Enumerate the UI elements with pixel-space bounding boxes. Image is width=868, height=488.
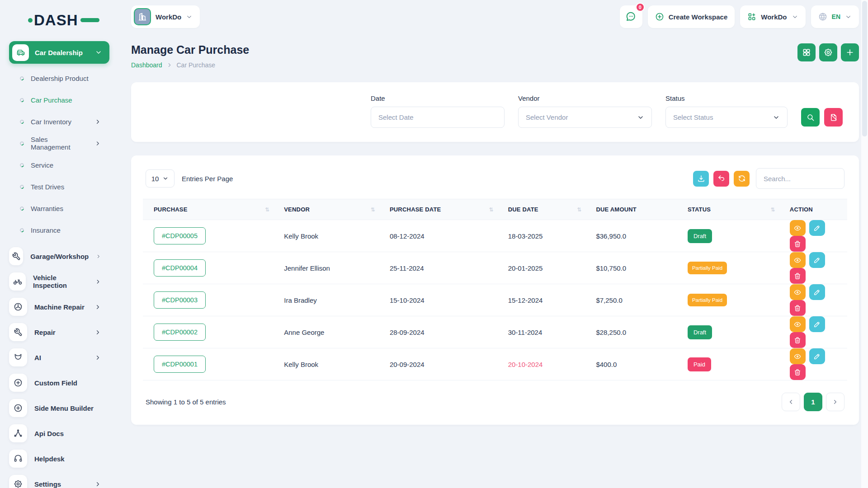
- breadcrumb-dashboard-link[interactable]: Dashboard: [131, 61, 162, 69]
- sidebar-item-test-drives[interactable]: Test Drives: [9, 176, 109, 197]
- pagination-prev-button[interactable]: [782, 393, 800, 411]
- clear-filter-button[interactable]: [824, 108, 843, 127]
- status-filter-select[interactable]: Select Status: [665, 107, 788, 128]
- delete-button[interactable]: [790, 268, 806, 284]
- sort-icon[interactable]: ⇅: [371, 206, 375, 213]
- sidebar-group-helpdesk[interactable]: Helpdesk: [9, 446, 109, 471]
- pagination-page-1[interactable]: 1: [804, 393, 822, 411]
- delete-button[interactable]: [790, 236, 806, 252]
- logo-dot-icon: [28, 18, 33, 23]
- sidebar-item-sales-management[interactable]: Sales Management: [9, 132, 109, 154]
- refresh-button[interactable]: [734, 171, 750, 187]
- sidebar-group-vehicle-inspection[interactable]: Vehicle Inspection: [9, 269, 109, 294]
- export-button[interactable]: [693, 171, 709, 187]
- sidebar-group-api-docs[interactable]: Api Docs: [9, 421, 109, 446]
- table-header-row: PURCHASE⇅VENDOR⇅PURCHASE DATE⇅DUE DATE⇅D…: [143, 199, 847, 220]
- per-page-select[interactable]: 10: [146, 169, 175, 188]
- gear-icon: [14, 479, 23, 488]
- sidebar: DASH Car Dealership Dealership ProductCa…: [0, 0, 118, 488]
- workspace-pill[interactable]: WorkDo: [131, 5, 200, 28]
- view-button[interactable]: [790, 220, 806, 236]
- view-button[interactable]: [790, 252, 806, 268]
- sidebar-item-warranties[interactable]: Warranties: [9, 197, 109, 219]
- sidebar-group-custom-field[interactable]: Custom Field: [9, 370, 109, 395]
- pencil-icon: [813, 289, 821, 296]
- sort-icon[interactable]: ⇅: [265, 206, 269, 213]
- settings-button[interactable]: [819, 43, 837, 61]
- edit-button[interactable]: [809, 284, 825, 300]
- chevron-down-icon: [773, 114, 780, 121]
- scrollbar-thumb[interactable]: [862, 1, 867, 136]
- vendor-filter-select[interactable]: Select Vendor: [518, 107, 652, 128]
- sort-icon[interactable]: ⇅: [489, 206, 493, 213]
- file-off-icon: [830, 113, 838, 122]
- purchase-id-link[interactable]: #CDP00002: [154, 324, 206, 341]
- chevron-right-icon: [94, 481, 101, 488]
- pagination-next-button[interactable]: [826, 393, 844, 411]
- scrollbar-track[interactable]: [861, 0, 868, 488]
- purchase-date-cell: 20-09-2024: [379, 348, 497, 380]
- delete-button[interactable]: [790, 332, 806, 348]
- date-filter-input[interactable]: [378, 113, 497, 121]
- sort-icon[interactable]: ⇅: [577, 206, 581, 213]
- view-button[interactable]: [790, 348, 806, 364]
- chevron-right-icon: [94, 304, 101, 310]
- sidebar-item-insurance[interactable]: Insurance: [9, 219, 109, 241]
- sidebar-group-ai[interactable]: AI: [9, 345, 109, 370]
- circle-plus-icon: [14, 404, 23, 413]
- language-selector[interactable]: EN: [811, 5, 859, 28]
- sidebar-group-side-menu-builder[interactable]: Side Menu Builder: [9, 395, 109, 421]
- delete-button[interactable]: [790, 364, 806, 380]
- sidebar-group-garage-workshop[interactable]: Garage/Workshop: [9, 244, 109, 269]
- date-filter-input-wrap: [371, 107, 505, 128]
- status-badge: Draft: [688, 325, 712, 339]
- due-amount-cell: $28,250.0: [585, 316, 677, 348]
- table-search-input[interactable]: [764, 175, 837, 183]
- table-row: #CDP00001Kelly Brook20-09-202420-10-2024…: [143, 348, 847, 380]
- chevron-down-icon: [845, 14, 852, 20]
- sidebar-item-dealership-product[interactable]: Dealership Product: [9, 67, 109, 89]
- sidebar-item-car-purchase[interactable]: Car Purchase: [9, 89, 109, 111]
- workspace-label: WorkDo: [156, 13, 181, 21]
- edit-button[interactable]: [809, 252, 825, 268]
- purchase-id-link[interactable]: #CDP00004: [154, 259, 206, 277]
- apply-filter-button[interactable]: [801, 108, 820, 127]
- purchase-id-link[interactable]: #CDP00003: [154, 291, 206, 309]
- sidebar-item-car-inventory[interactable]: Car Inventory: [9, 111, 109, 132]
- sidebar-group-car-dealership[interactable]: Car Dealership: [9, 41, 109, 64]
- eye-icon: [794, 257, 801, 264]
- circle-plus-icon: [655, 12, 664, 21]
- chevron-right-icon: [166, 62, 173, 68]
- sidebar-item-service[interactable]: Service: [9, 154, 109, 176]
- edit-button[interactable]: [809, 348, 825, 364]
- edit-button[interactable]: [809, 316, 825, 332]
- workspace-switcher[interactable]: WorkDo: [740, 5, 805, 28]
- messenger-button[interactable]: 0: [620, 5, 642, 28]
- purchase-id-link[interactable]: #CDP00001: [154, 356, 206, 373]
- sort-icon[interactable]: ⇅: [771, 206, 775, 213]
- edit-button[interactable]: [809, 220, 825, 236]
- create-workspace-button[interactable]: Create Workspace: [648, 5, 735, 28]
- eye-icon: [794, 321, 801, 328]
- headset-icon: [14, 454, 23, 463]
- undo-button[interactable]: [713, 171, 729, 187]
- wrench-icon: [14, 328, 23, 337]
- trash-icon: [794, 369, 801, 376]
- sidebar-group-repair[interactable]: Repair: [9, 319, 109, 345]
- chat-icon: [626, 11, 637, 22]
- circle-plus-icon: [14, 378, 23, 387]
- view-button[interactable]: [790, 316, 806, 332]
- view-button[interactable]: [790, 284, 806, 300]
- main-content: WorkDo 0 Create Workspace WorkDo: [118, 0, 868, 488]
- add-button[interactable]: [841, 43, 859, 61]
- sidebar-group-machine-repair[interactable]: Machine Repair: [9, 294, 109, 319]
- column-header-purchase: PURCHASE⇅: [143, 199, 273, 220]
- chevron-right-icon: [96, 253, 101, 260]
- ai-icon: [14, 353, 23, 362]
- sidebar-group-settings[interactable]: Settings: [9, 471, 109, 488]
- purchase-id-link[interactable]: #CDP00005: [154, 227, 206, 244]
- grid-button[interactable]: [797, 43, 816, 61]
- vendor-cell: Kelly Brook: [273, 348, 379, 380]
- app-logo[interactable]: DASH: [28, 13, 118, 28]
- delete-button[interactable]: [790, 300, 806, 316]
